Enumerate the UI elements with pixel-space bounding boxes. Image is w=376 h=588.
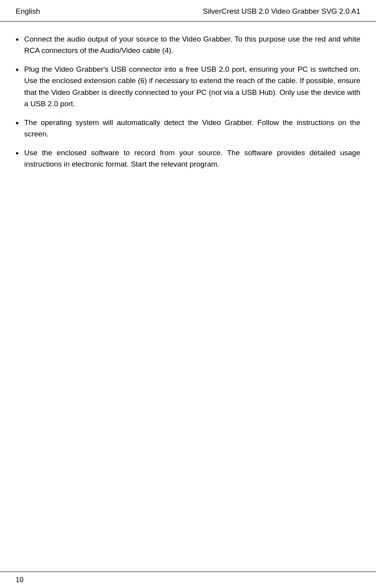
bullet-symbol-icon: • <box>16 117 19 129</box>
bullet-symbol-icon: • <box>16 64 19 76</box>
bullet-text-1: Connect the audio output of your source … <box>24 33 360 56</box>
bullet-text-2: Plug the Video Grabber's USB connector i… <box>24 64 360 110</box>
list-item: •Plug the Video Grabber's USB connector … <box>16 64 360 110</box>
content-area: •Connect the audio output of your source… <box>0 22 376 192</box>
bullet-symbol-icon: • <box>16 34 19 46</box>
page-container: English SilverCrest USB 2.0 Video Grabbe… <box>0 0 376 588</box>
list-item: •Connect the audio output of your source… <box>16 33 360 56</box>
page-header: English SilverCrest USB 2.0 Video Grabbe… <box>0 0 376 22</box>
bullet-symbol-icon: • <box>16 147 19 160</box>
list-item: •Use the enclosed software to record fro… <box>16 147 360 170</box>
instruction-list: •Connect the audio output of your source… <box>16 33 360 170</box>
page-footer: 10 <box>0 572 376 588</box>
header-language: English <box>16 7 40 16</box>
page-number: 10 <box>16 576 24 584</box>
header-title: SilverCrest USB 2.0 Video Grabber SVG 2.… <box>203 7 360 16</box>
list-item: •The operating system will automatically… <box>16 117 360 140</box>
bullet-text-4: Use the enclosed software to record from… <box>24 147 360 170</box>
bullet-text-3: The operating system will automatically … <box>24 117 360 140</box>
